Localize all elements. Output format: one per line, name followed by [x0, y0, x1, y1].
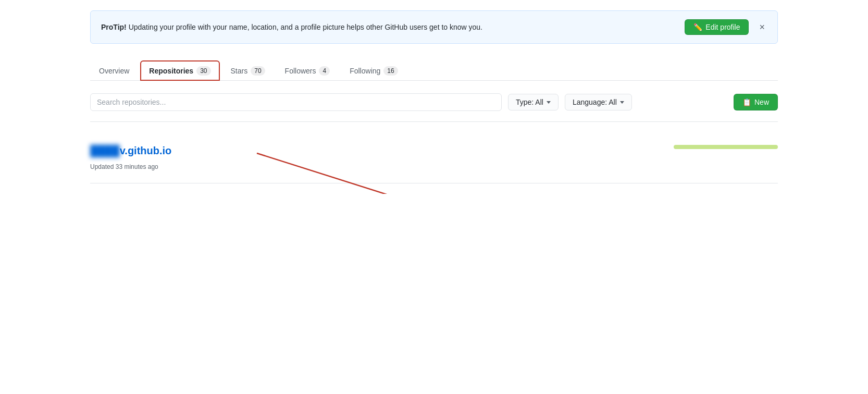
chevron-down-icon-2 — [620, 101, 624, 104]
protip-banner: ProTip! Updating your profile with your … — [90, 10, 778, 44]
pencil-icon: ✏️ — [693, 23, 702, 31]
type-filter-label: Type: All — [516, 98, 543, 106]
tab-following-count: 16 — [383, 66, 398, 76]
repo-name-link[interactable]: ████v.github.io — [90, 145, 171, 157]
protip-actions: ✏️ Edit profile × — [685, 19, 767, 35]
language-filter-label: Language: All — [573, 98, 617, 106]
language-bar — [674, 145, 778, 149]
page-container: ProTip! Updating your profile with your … — [69, 0, 799, 194]
repo-name-suffix: v.github.io — [120, 145, 172, 156]
tab-followers-count: 4 — [319, 66, 330, 76]
tab-overview[interactable]: Overview — [90, 61, 138, 80]
language-filter-button[interactable]: Language: All — [565, 94, 632, 110]
close-icon: × — [759, 22, 765, 32]
tab-repositories[interactable]: Repositories 30 — [140, 60, 219, 81]
type-filter-button[interactable]: Type: All — [508, 94, 559, 110]
tab-repositories-label: Repositories — [149, 67, 193, 75]
protip-text: ProTip! Updating your profile with your … — [101, 22, 482, 33]
tab-stars-label: Stars — [231, 67, 248, 75]
tab-followers[interactable]: Followers 4 — [276, 60, 339, 81]
divider — [90, 121, 778, 122]
tab-following-label: Following — [350, 67, 380, 75]
tab-repositories-count: 30 — [196, 66, 210, 76]
tab-stars-count: 70 — [251, 66, 265, 76]
chevron-down-icon — [547, 101, 551, 104]
edit-profile-button[interactable]: ✏️ Edit profile — [685, 19, 749, 35]
repo-item-left: ████v.github.io Updated 33 minutes ago — [90, 145, 674, 170]
book-icon: 📋 — [742, 98, 751, 106]
edit-profile-label: Edit profile — [705, 23, 740, 31]
repo-item-right — [674, 145, 778, 149]
table-row: ████v.github.io Updated 33 minutes ago — [90, 132, 778, 183]
tabs-nav: Overview Repositories 30 Stars 70 Follow… — [90, 60, 778, 81]
close-banner-button[interactable]: × — [757, 20, 767, 34]
tab-following[interactable]: Following 16 — [341, 60, 407, 81]
repo-list: ████v.github.io Updated 33 minutes ago — [90, 132, 778, 183]
new-repo-button[interactable]: 📋 New — [734, 94, 778, 110]
tab-overview-label: Overview — [99, 67, 129, 75]
tab-followers-label: Followers — [285, 67, 316, 75]
protip-body: Updating your profile with your name, lo… — [129, 23, 482, 31]
new-repo-label: New — [754, 98, 769, 106]
tab-stars[interactable]: Stars 70 — [222, 60, 274, 81]
protip-bold: ProTip! — [101, 23, 127, 31]
repo-name-blurred: ████ — [90, 145, 120, 157]
repo-updated: Updated 33 minutes ago — [90, 163, 674, 170]
repo-controls: Type: All Language: All 📋 New — [90, 93, 778, 111]
search-input[interactable] — [90, 93, 502, 111]
